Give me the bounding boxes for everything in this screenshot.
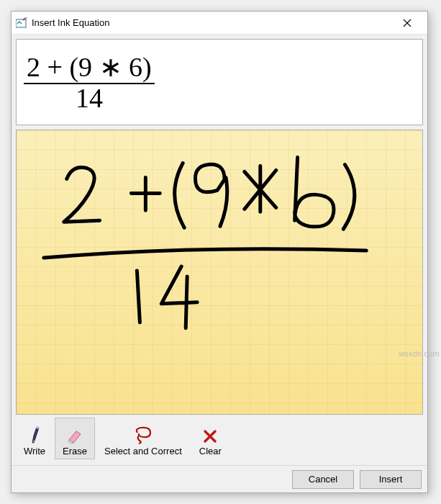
equation-denominator: 14 (24, 83, 155, 112)
recognized-equation: 2 + (9 ∗ 6) 14 (24, 53, 155, 112)
close-button[interactable] (391, 12, 423, 34)
insert-button[interactable]: Insert (360, 470, 422, 489)
handwriting-ink (17, 130, 422, 414)
dialog-footer: Cancel Insert (12, 465, 427, 492)
toolbar: Write Erase Select and (16, 415, 423, 461)
client-area: 2 + (9 ∗ 6) 14 (12, 35, 427, 465)
eraser-icon (66, 423, 83, 444)
equation-numerator: 2 + (9 ∗ 6) (24, 53, 155, 81)
erase-tool-button[interactable]: Erase (55, 418, 95, 459)
select-correct-tool-label: Select and Correct (104, 446, 182, 456)
app-icon (16, 17, 27, 29)
clear-icon (202, 423, 218, 444)
window-title: Insert Ink Equation (32, 17, 391, 28)
equation-preview: 2 + (9 ∗ 6) 14 (16, 39, 423, 125)
dialog-window: Insert Ink Equation 2 + (9 ∗ 6) 14 (11, 11, 428, 493)
erase-tool-label: Erase (63, 446, 87, 456)
pen-icon (27, 423, 42, 444)
lasso-icon (133, 423, 153, 444)
clear-tool-label: Clear (199, 446, 222, 456)
write-tool-button[interactable]: Write (16, 418, 53, 459)
close-icon (403, 19, 412, 27)
write-tool-label: Write (24, 446, 45, 456)
ink-canvas[interactable] (16, 130, 423, 415)
select-correct-tool-button[interactable]: Select and Correct (96, 418, 190, 459)
titlebar: Insert Ink Equation (12, 12, 427, 35)
watermark-text: wsxdn.com (399, 349, 440, 358)
cancel-button[interactable]: Cancel (292, 470, 354, 489)
clear-tool-button[interactable]: Clear (191, 418, 229, 459)
